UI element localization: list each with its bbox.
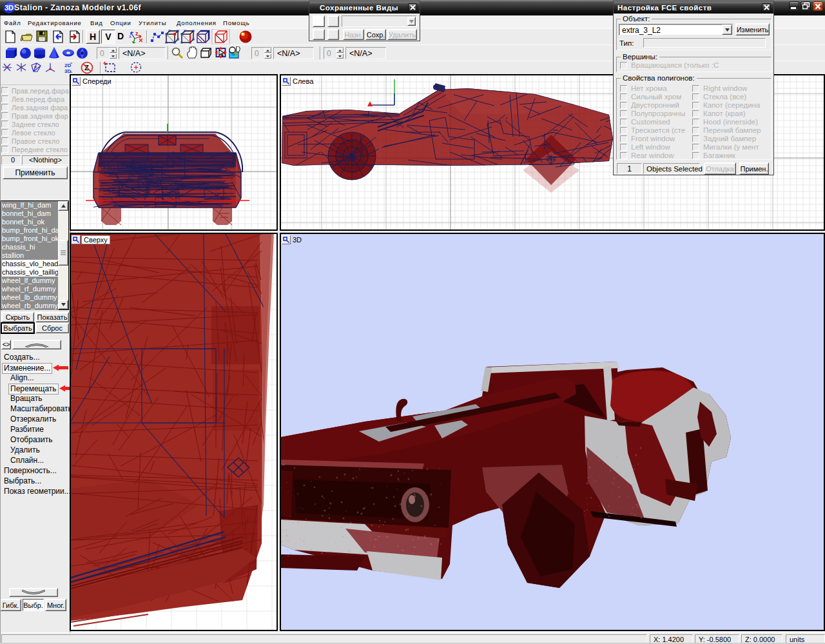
- svg-text:2D: 2D: [64, 63, 71, 68]
- svg-text:z: z: [135, 30, 139, 37]
- svg-text:x: x: [129, 34, 131, 39]
- svg-text:3D: 3D: [64, 68, 71, 74]
- svg-text:3D: 3D: [5, 4, 14, 12]
